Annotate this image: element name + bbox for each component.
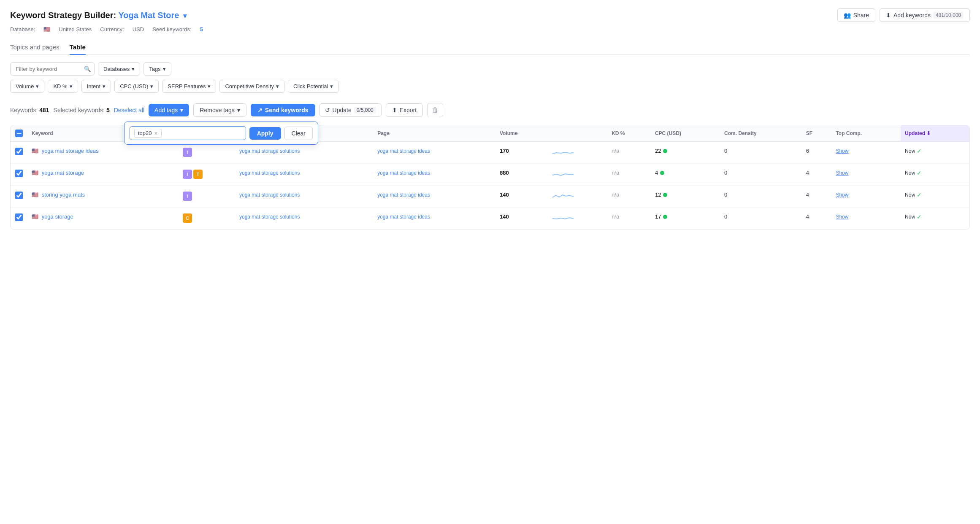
updated-value: Now (905, 214, 915, 220)
page-link[interactable]: yoga mat storage ideas (377, 148, 491, 155)
page-link[interactable]: yoga mat storage ideas (377, 213, 491, 221)
click-potential-chevron-icon: ▾ (330, 83, 333, 89)
page-cell: yoga mat storage ideas (373, 142, 495, 164)
brand-chevron-icon[interactable]: ▾ (183, 12, 187, 19)
send-keywords-button[interactable]: ↗ Send keywords (251, 104, 315, 116)
volume-chevron-icon: ▾ (36, 83, 39, 89)
flag-emoji: 🇺🇸 (32, 213, 38, 220)
th-trend (548, 125, 607, 142)
volume-value: 140 (500, 192, 509, 198)
cpc-cell: 0 (720, 164, 802, 186)
database-label: Database: (10, 26, 35, 32)
apply-button[interactable]: Apply (249, 127, 281, 140)
tag-input-field[interactable] (164, 130, 241, 136)
intent-badge-C: C (183, 213, 192, 223)
volume-cell: 170 (495, 142, 548, 164)
trend-cell (548, 186, 607, 208)
trend-sparkline (552, 192, 574, 200)
cpc-filter-button[interactable]: CPC (USD) ▾ (114, 80, 159, 93)
th-com-density: Com. Density (720, 125, 802, 142)
volume-cell: 140 (495, 208, 548, 230)
volume-value: 170 (500, 148, 509, 154)
tags-chevron-icon: ▾ (163, 66, 166, 72)
topic-link[interactable]: yoga mat storage solutions (239, 148, 369, 155)
add-keywords-icon: ⬇ (886, 12, 891, 19)
top-comp-cell: Show (831, 164, 901, 186)
page-link[interactable]: yoga mat storage ideas (377, 192, 491, 199)
topic-link[interactable]: yoga mat storage solutions (239, 170, 369, 177)
update-button[interactable]: ↺ Update 0/5,000 (319, 103, 382, 117)
tab-table[interactable]: Table (70, 40, 86, 55)
top-comp-show-link[interactable]: Show (836, 148, 848, 154)
row-checkbox[interactable] (15, 170, 23, 177)
tab-topics-pages[interactable]: Topics and pages (10, 40, 60, 55)
comp-density-filter-button[interactable]: Competitive Density ▾ (219, 80, 284, 93)
remove-tag-icon[interactable]: × (154, 130, 158, 136)
topic-link[interactable]: yoga mat storage solutions (239, 192, 369, 199)
row-checkbox[interactable] (15, 213, 23, 221)
intent-filter-button[interactable]: Intent ▾ (81, 80, 111, 93)
filters-row-2: Volume ▾ KD % ▾ Intent ▾ CPC (USD) ▾ SER… (10, 80, 970, 93)
share-button[interactable]: 👥 Share (837, 8, 875, 22)
search-icon-button[interactable]: 🔍 (84, 66, 91, 72)
kd-na: n/a (612, 170, 619, 176)
intent-cell: I (179, 142, 235, 164)
remove-tags-button[interactable]: Remove tags ▾ (193, 103, 246, 117)
topic-link[interactable]: yoga mat storage solutions (239, 213, 369, 221)
export-label: Export (400, 107, 417, 113)
add-keywords-button[interactable]: ⬇ Add keywords 481/10,000 (880, 8, 970, 22)
th-page: Page (373, 125, 495, 142)
databases-filter-button[interactable]: Databases ▾ (98, 62, 140, 76)
comp-density-label: Competitive Density (225, 83, 274, 89)
serp-label: SERP Features (168, 83, 206, 89)
keyword-link[interactable]: yoga storage (42, 213, 73, 220)
volume-label: Volume (16, 83, 34, 89)
flag-emoji: 🇺🇸 (32, 170, 38, 176)
update-icon: ↺ (325, 107, 330, 113)
search-icon: 🔍 (84, 66, 91, 72)
kd-na: n/a (612, 192, 619, 198)
comp-density-chevron-icon: ▾ (276, 83, 279, 89)
delete-button[interactable]: 🗑 (427, 103, 443, 117)
remove-tags-label: Remove tags (200, 107, 234, 113)
database-flag: 🇺🇸 (43, 26, 50, 32)
cpc-value: 0 (724, 148, 727, 154)
cpc-cell: 0 (720, 142, 802, 164)
keyword-link[interactable]: storing yoga mats (42, 192, 85, 198)
kd-filter-button[interactable]: KD % ▾ (48, 80, 78, 93)
row-checkbox-cell (11, 186, 27, 208)
kd-chevron-icon: ▾ (70, 83, 73, 89)
top-comp-dashed-link[interactable]: Show (836, 192, 848, 198)
kd-label: KD % (53, 83, 67, 89)
row-checkbox[interactable] (15, 148, 23, 155)
sf-cell: 4 (802, 186, 832, 208)
tag-input-area[interactable]: top20 × (130, 126, 246, 140)
keyword-link[interactable]: yoga mat storage (42, 170, 84, 176)
keyword-link[interactable]: yoga mat storage ideas (42, 148, 99, 154)
top-comp-show-link[interactable]: Show (836, 170, 848, 176)
th-kd: KD % (607, 125, 651, 142)
page-cell: yoga mat storage ideas (373, 164, 495, 186)
updated-cell: Now ✓ (901, 186, 969, 208)
tags-filter-button[interactable]: Tags ▾ (143, 62, 171, 76)
intent-badge-I: I (183, 192, 192, 201)
volume-filter-button[interactable]: Volume ▾ (10, 80, 44, 93)
volume-cell: 140 (495, 186, 548, 208)
export-button[interactable]: ⬆ Export (386, 103, 423, 117)
updated-cell: Now ✓ (901, 142, 969, 164)
deselect-all-button[interactable]: Deselect all (114, 107, 144, 113)
kd-cell: n/a (607, 164, 651, 186)
serp-filter-button[interactable]: SERP Features ▾ (162, 80, 216, 93)
row-checkbox[interactable] (15, 192, 23, 199)
click-potential-filter-button[interactable]: Click Potential ▾ (288, 80, 338, 93)
top-comp-show-link[interactable]: Show (836, 214, 848, 220)
row-checkbox-cell (11, 164, 27, 186)
table-row: 🇺🇸 yoga mat storage ideas I yoga mat sto… (11, 142, 969, 164)
th-top-comp: Top Comp. (831, 125, 901, 142)
select-all-checkbox[interactable] (15, 130, 23, 137)
intent-cell: C (179, 208, 235, 230)
add-tags-button[interactable]: Add tags ▾ (149, 104, 189, 116)
search-input[interactable] (10, 62, 95, 76)
clear-button[interactable]: Clear (284, 127, 313, 140)
page-link[interactable]: yoga mat storage ideas (377, 170, 491, 177)
